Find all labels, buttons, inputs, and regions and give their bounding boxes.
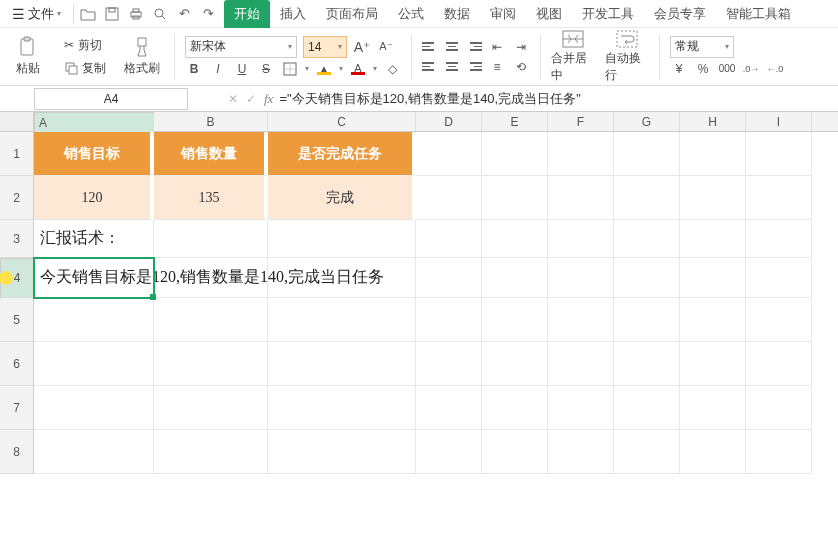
merge-center-button[interactable]: 合并居中 xyxy=(551,32,595,82)
cell-E4[interactable] xyxy=(482,258,548,298)
indent-increase-icon[interactable]: ⇥ xyxy=(512,38,530,56)
align-middle-icon[interactable] xyxy=(444,40,460,54)
cell-D8[interactable] xyxy=(416,430,482,474)
tab-data[interactable]: 数据 xyxy=(434,0,480,28)
cell-I5[interactable] xyxy=(746,298,812,342)
format-painter-button[interactable]: 格式刷 xyxy=(120,32,164,82)
tab-member[interactable]: 会员专享 xyxy=(644,0,716,28)
cell-B5[interactable] xyxy=(154,298,268,342)
cell-H2[interactable] xyxy=(680,176,746,220)
row-header-6[interactable]: 6 xyxy=(0,342,34,386)
align-center-icon[interactable] xyxy=(444,60,460,74)
cell-D2[interactable] xyxy=(416,176,482,220)
cell-I3[interactable] xyxy=(746,220,812,258)
clear-format-button[interactable]: ◇ xyxy=(383,60,401,78)
cut-button[interactable]: ✂ 剪切 xyxy=(60,35,110,56)
cell-D3[interactable] xyxy=(416,220,482,258)
tab-developer[interactable]: 开发工具 xyxy=(572,0,644,28)
indent-decrease-icon[interactable]: ⇤ xyxy=(488,38,506,56)
row-header-3[interactable]: 3 xyxy=(0,220,34,258)
comma-icon[interactable]: 000 xyxy=(718,60,736,78)
orientation-icon[interactable]: ⟲ xyxy=(512,58,530,76)
paste-button[interactable]: 粘贴 xyxy=(6,32,50,82)
print-icon[interactable] xyxy=(128,6,144,22)
col-header-H[interactable]: H xyxy=(680,112,746,131)
cell-G5[interactable] xyxy=(614,298,680,342)
col-header-E[interactable]: E xyxy=(482,112,548,131)
align-right-icon[interactable] xyxy=(466,60,482,74)
cell-E7[interactable] xyxy=(482,386,548,430)
formula-input[interactable]: ="今天销售目标是120,销售数量是140,完成当日任务" xyxy=(273,90,838,108)
cell-F2[interactable] xyxy=(548,176,614,220)
cell-E5[interactable] xyxy=(482,298,548,342)
tab-home[interactable]: 开始 xyxy=(224,0,270,28)
cell-B6[interactable] xyxy=(154,342,268,386)
tab-formulas[interactable]: 公式 xyxy=(388,0,434,28)
col-header-G[interactable]: G xyxy=(614,112,680,131)
cell-C6[interactable] xyxy=(268,342,416,386)
increase-font-icon[interactable]: A⁺ xyxy=(353,38,371,56)
tab-page-layout[interactable]: 页面布局 xyxy=(316,0,388,28)
cell-H4[interactable] xyxy=(680,258,746,298)
align-left-icon[interactable] xyxy=(422,60,438,74)
bold-button[interactable]: B xyxy=(185,60,203,78)
chevron-down-icon[interactable]: ▾ xyxy=(305,64,309,73)
cell-G7[interactable] xyxy=(614,386,680,430)
name-box[interactable]: A4 xyxy=(34,88,188,110)
cell-I1[interactable] xyxy=(746,132,812,176)
undo-icon[interactable]: ↶ xyxy=(176,6,192,22)
cell-A1[interactable]: 销售目标 xyxy=(34,132,154,176)
align-top-icon[interactable] xyxy=(422,40,438,54)
align-bottom-icon[interactable] xyxy=(466,40,482,54)
cell-F4[interactable] xyxy=(548,258,614,298)
cell-C5[interactable] xyxy=(268,298,416,342)
row-header-5[interactable]: 5 xyxy=(0,298,34,342)
tab-smart-tools[interactable]: 智能工具箱 xyxy=(716,0,801,28)
cell-F8[interactable] xyxy=(548,430,614,474)
cell-E6[interactable] xyxy=(482,342,548,386)
font-name-select[interactable]: 新宋体▾ xyxy=(185,36,297,58)
file-menu[interactable]: ☰ 文件 ▾ xyxy=(6,2,67,26)
cell-F1[interactable] xyxy=(548,132,614,176)
select-all-corner[interactable] xyxy=(0,112,34,131)
cell-A3[interactable]: 汇报话术： xyxy=(34,220,154,258)
col-header-D[interactable]: D xyxy=(416,112,482,131)
cell-G6[interactable] xyxy=(614,342,680,386)
cell-F7[interactable] xyxy=(548,386,614,430)
cell-B8[interactable] xyxy=(154,430,268,474)
italic-button[interactable]: I xyxy=(209,60,227,78)
cell-E3[interactable] xyxy=(482,220,548,258)
cell-C3[interactable] xyxy=(268,220,416,258)
cell-G4[interactable] xyxy=(614,258,680,298)
col-header-F[interactable]: F xyxy=(548,112,614,131)
accept-formula-icon[interactable]: ✓ xyxy=(246,92,256,106)
tab-review[interactable]: 审阅 xyxy=(480,0,526,28)
col-header-C[interactable]: C xyxy=(268,112,416,131)
chevron-down-icon[interactable]: ▾ xyxy=(339,64,343,73)
cell-A2[interactable]: 120 xyxy=(34,176,154,220)
row-header-7[interactable]: 7 xyxy=(0,386,34,430)
cell-H3[interactable] xyxy=(680,220,746,258)
cell-H1[interactable] xyxy=(680,132,746,176)
increase-decimal-icon[interactable]: .0→ xyxy=(742,60,760,78)
cell-G3[interactable] xyxy=(614,220,680,258)
row-header-8[interactable]: 8 xyxy=(0,430,34,474)
cell-I7[interactable] xyxy=(746,386,812,430)
strikethrough-button[interactable]: S xyxy=(257,60,275,78)
border-button[interactable] xyxy=(281,60,299,78)
cell-E8[interactable] xyxy=(482,430,548,474)
cell-F5[interactable] xyxy=(548,298,614,342)
copy-button[interactable]: 复制 xyxy=(60,58,110,79)
row-header-2[interactable]: 2 xyxy=(0,176,34,220)
col-header-A[interactable]: A xyxy=(34,112,154,134)
font-color-button[interactable]: A xyxy=(349,60,367,78)
cell-B7[interactable] xyxy=(154,386,268,430)
cell-F3[interactable] xyxy=(548,220,614,258)
cell-C1[interactable]: 是否完成任务 xyxy=(268,132,416,176)
cell-D5[interactable] xyxy=(416,298,482,342)
tab-insert[interactable]: 插入 xyxy=(270,0,316,28)
open-icon[interactable] xyxy=(80,6,96,22)
cell-A8[interactable] xyxy=(34,430,154,474)
cell-B2[interactable]: 135 xyxy=(154,176,268,220)
cell-I2[interactable] xyxy=(746,176,812,220)
